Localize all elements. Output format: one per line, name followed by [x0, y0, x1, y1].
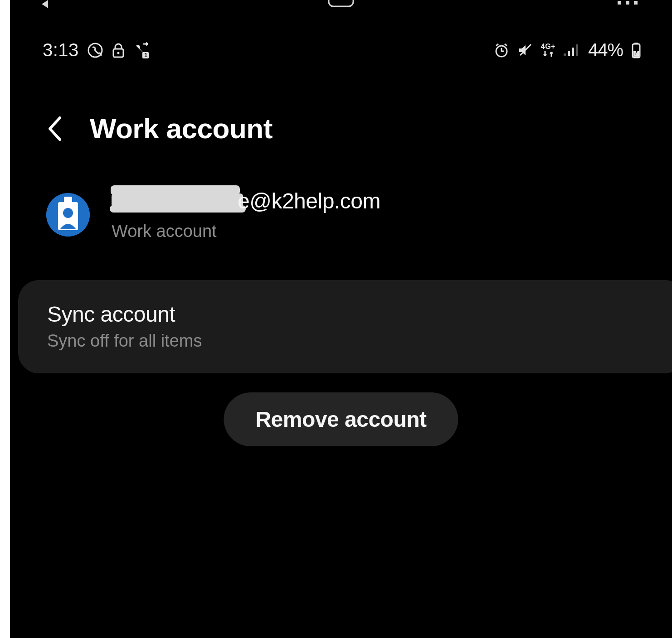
svg-rect-2 — [626, 1, 629, 5]
account-summary: e@k2help.com Work account — [46, 188, 672, 241]
call-forward-icon: 1 — [133, 42, 150, 58]
id-badge-icon — [46, 193, 90, 237]
svg-rect-16 — [634, 43, 638, 44]
lock-icon — [112, 43, 125, 58]
sync-account-row[interactable]: Sync account Sync off for all items — [18, 280, 672, 373]
signal-icon — [564, 44, 580, 57]
svg-rect-11 — [564, 53, 566, 56]
svg-rect-20 — [64, 197, 72, 204]
svg-rect-12 — [568, 51, 570, 56]
svg-rect-3 — [634, 1, 638, 5]
back-button[interactable] — [46, 115, 63, 142]
redacted-segment — [112, 193, 243, 213]
mobile-data-icon: 4G+ — [541, 43, 555, 58]
containing-app-nav — [10, 0, 672, 27]
nav-camera-icon[interactable] — [325, 0, 357, 10]
network-label: 4G+ — [541, 43, 555, 50]
page-title: Work account — [90, 112, 273, 145]
account-type-label: Work account — [112, 222, 380, 241]
status-time: 3:13 — [43, 40, 79, 60]
svg-point-6 — [117, 52, 119, 54]
account-email-visible: e@k2help.com — [238, 189, 380, 213]
svg-rect-1 — [618, 1, 621, 5]
svg-rect-14 — [576, 44, 578, 56]
nav-back-icon[interactable] — [42, 0, 64, 10]
svg-rect-13 — [572, 48, 574, 56]
sync-subtitle: Sync off for all items — [47, 331, 657, 351]
remove-account-button[interactable]: Remove account — [224, 392, 458, 446]
svg-point-21 — [63, 208, 73, 218]
battery-percent: 44% — [588, 40, 623, 60]
svg-rect-0 — [329, 0, 353, 6]
page-header: Work account — [10, 112, 273, 145]
sync-title: Sync account — [47, 302, 657, 327]
nav-more-icon[interactable] — [618, 0, 640, 9]
status-bar: 3:13 1 — [10, 40, 672, 60]
mute-icon — [517, 43, 533, 58]
account-email: e@k2help.com — [112, 188, 380, 213]
remove-account-label: Remove account — [255, 407, 426, 431]
viber-notification-icon — [87, 42, 103, 58]
svg-text:1: 1 — [144, 52, 148, 58]
alarm-icon — [494, 43, 509, 58]
battery-charging-icon — [631, 42, 641, 58]
